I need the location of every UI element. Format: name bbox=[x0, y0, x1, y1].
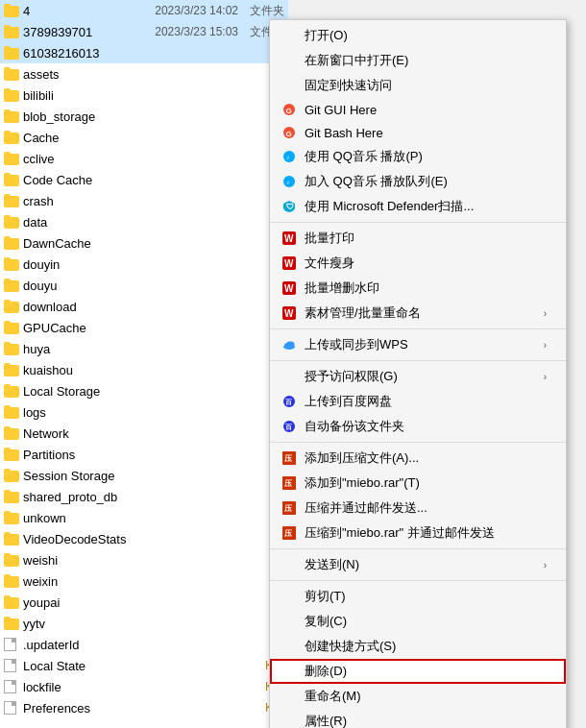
file-item[interactable]: huya bbox=[0, 338, 288, 359]
menu-item-label: 在新窗口中打开(E) bbox=[305, 52, 547, 69]
menu-item[interactable]: 上传或同步到WPS› bbox=[270, 332, 566, 357]
menu-item-icon: 压 bbox=[280, 475, 299, 491]
file-item[interactable]: VideoDecodeStats bbox=[0, 528, 288, 549]
file-name: huya bbox=[23, 342, 50, 356]
menu-item-label: Git Bash Here bbox=[305, 126, 547, 140]
menu-item[interactable]: W文件瘦身 bbox=[270, 251, 566, 276]
file-item[interactable]: Local Storage bbox=[0, 380, 288, 401]
folder-icon bbox=[4, 342, 19, 355]
file-item[interactable]: yytv bbox=[0, 613, 288, 634]
menu-separator bbox=[270, 442, 566, 443]
folder-icon bbox=[4, 511, 19, 524]
svg-text:百: 百 bbox=[285, 399, 293, 405]
file-item[interactable]: 42023/3/23 14:02文件夹 bbox=[0, 0, 288, 21]
file-name: douyu bbox=[23, 279, 57, 293]
file-name: lockfile bbox=[23, 680, 61, 694]
folder-icon bbox=[4, 152, 19, 165]
menu-item[interactable]: 压压缩到"miebo.rar" 并通过邮件发送 bbox=[270, 521, 566, 546]
menu-separator bbox=[270, 360, 566, 361]
file-name: kuaishou bbox=[23, 363, 73, 377]
menu-item[interactable]: 复制(C) bbox=[270, 609, 566, 634]
menu-item[interactable]: 压压缩并通过邮件发送... bbox=[270, 496, 566, 521]
file-item[interactable]: Code Cache bbox=[0, 169, 288, 190]
file-item[interactable]: assets bbox=[0, 63, 288, 85]
menu-item[interactable]: 百上传到百度网盘 bbox=[270, 389, 566, 414]
file-name: download bbox=[23, 300, 77, 314]
menu-item[interactable]: 压添加到"miebo.rar"(T) bbox=[270, 471, 566, 496]
file-name: logs bbox=[23, 405, 46, 420]
menu-item[interactable]: GGit GUI Here bbox=[270, 98, 566, 121]
file-item[interactable]: Session Storage bbox=[0, 465, 288, 486]
file-item[interactable]: Network bbox=[0, 423, 288, 444]
menu-item[interactable]: W批量打印 bbox=[270, 226, 566, 251]
svg-text:W: W bbox=[284, 308, 294, 319]
file-item[interactable]: cclive bbox=[0, 148, 288, 169]
file-item[interactable]: weixin bbox=[0, 570, 288, 592]
file-item[interactable]: 61038216013 bbox=[0, 42, 288, 63]
file-item[interactable]: 37898397012023/3/23 15:03文件夹 bbox=[0, 21, 288, 42]
menu-item-label: 删除(D) bbox=[305, 663, 547, 680]
svg-text:W: W bbox=[284, 233, 294, 244]
file-item[interactable]: bilibili bbox=[0, 85, 288, 106]
menu-item[interactable]: ♪加入 QQ音乐 播放队列(E) bbox=[270, 169, 566, 194]
menu-item[interactable]: 百自动备份该文件夹 bbox=[270, 414, 566, 439]
file-item[interactable]: .updaterId bbox=[0, 634, 288, 655]
submenu-arrow-icon: › bbox=[544, 308, 547, 319]
menu-item-icon bbox=[280, 337, 299, 352]
file-item[interactable]: logs bbox=[0, 401, 288, 423]
menu-item[interactable]: 压添加到压缩文件(A)... bbox=[270, 446, 566, 471]
file-item[interactable]: download bbox=[0, 296, 288, 317]
menu-item[interactable]: GGit Bash Here bbox=[270, 121, 566, 144]
file-item[interactable]: data bbox=[0, 211, 288, 232]
menu-item-label: 上传到百度网盘 bbox=[305, 393, 547, 410]
menu-item[interactable]: 在新窗口中打开(E) bbox=[270, 48, 566, 73]
submenu-arrow-icon: › bbox=[544, 560, 547, 570]
file-name: VideoDecodeStats bbox=[23, 532, 126, 546]
menu-item[interactable]: 创建快捷方式(S) bbox=[270, 634, 566, 659]
file-item[interactable]: DawnCache bbox=[0, 232, 288, 254]
menu-item[interactable]: 🛡使用 Microsoft Defender扫描... bbox=[270, 194, 566, 219]
menu-item[interactable]: 固定到快速访问 bbox=[270, 73, 566, 98]
menu-item-label: 使用 QQ音乐 播放(P) bbox=[305, 148, 547, 165]
file-item[interactable]: Partitions bbox=[0, 444, 288, 465]
menu-item[interactable]: 删除(D) bbox=[270, 659, 566, 684]
menu-item[interactable]: W素材管理/批量重命名› bbox=[270, 301, 566, 326]
file-item[interactable]: crash bbox=[0, 190, 288, 211]
menu-item[interactable]: 属性(R) bbox=[270, 709, 566, 728]
menu-separator bbox=[270, 548, 566, 549]
menu-item-label: 文件瘦身 bbox=[305, 255, 547, 272]
folder-icon bbox=[4, 279, 19, 292]
svg-point-20 bbox=[287, 342, 292, 347]
file-item[interactable]: weishi bbox=[0, 549, 288, 570]
menu-item-icon bbox=[280, 28, 299, 43]
menu-item-icon bbox=[280, 53, 299, 68]
file-item[interactable]: unkown bbox=[0, 507, 288, 528]
file-type: 文件夹 bbox=[250, 3, 284, 19]
file-item[interactable]: Local StateKB bbox=[0, 655, 288, 676]
menu-item[interactable]: 打开(O) bbox=[270, 23, 566, 48]
submenu-arrow-icon: › bbox=[544, 340, 547, 351]
menu-item[interactable]: 授予访问权限(G)› bbox=[270, 364, 566, 389]
file-item[interactable]: douyin bbox=[0, 254, 288, 275]
menu-item[interactable]: W批量增删水印 bbox=[270, 276, 566, 301]
file-item[interactable]: PreferencesKB bbox=[0, 697, 288, 718]
file-item[interactable]: Cache bbox=[0, 127, 288, 148]
folder-icon bbox=[4, 595, 19, 609]
file-item[interactable]: kuaishou bbox=[0, 359, 288, 380]
menu-item[interactable]: 重命名(M) bbox=[270, 684, 566, 709]
menu-item-icon bbox=[280, 557, 299, 572]
folder-icon bbox=[4, 659, 19, 672]
svg-text:W: W bbox=[284, 283, 294, 294]
file-item[interactable]: shared_proto_db bbox=[0, 486, 288, 507]
menu-item-icon bbox=[280, 639, 299, 654]
file-item[interactable]: youpai bbox=[0, 592, 288, 613]
file-item[interactable]: lockfileKB bbox=[0, 676, 288, 697]
file-item[interactable]: GPUCache bbox=[0, 317, 288, 338]
menu-item-icon bbox=[280, 78, 299, 93]
menu-item[interactable]: 发送到(N)› bbox=[270, 552, 566, 577]
menu-item[interactable]: 剪切(T) bbox=[270, 584, 566, 609]
file-item[interactable]: douyu bbox=[0, 275, 288, 296]
file-name: DawnCache bbox=[23, 236, 91, 251]
file-item[interactable]: blob_storage bbox=[0, 106, 288, 127]
menu-item[interactable]: ♪使用 QQ音乐 播放(P) bbox=[270, 144, 566, 169]
